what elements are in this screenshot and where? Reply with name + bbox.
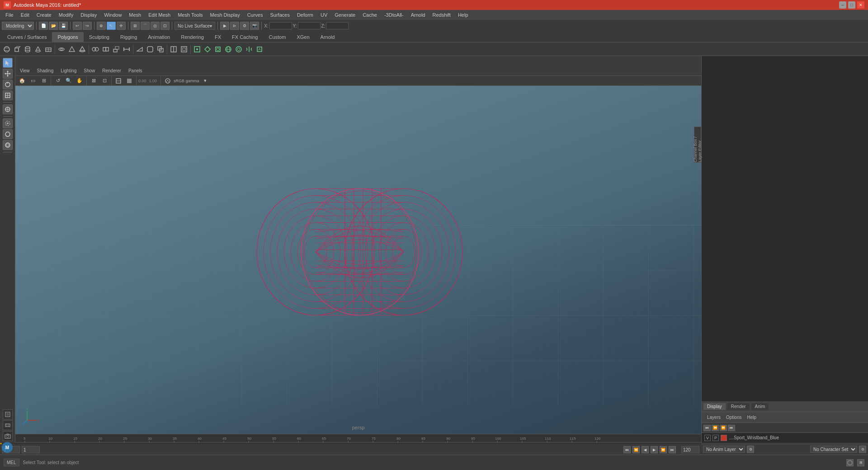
lighting-menu[interactable]: Lighting bbox=[59, 67, 78, 74]
anim-layer-select[interactable]: No Anim Layer bbox=[703, 446, 745, 453]
render-btn[interactable]: ▶ bbox=[220, 22, 229, 30]
menu-mesh[interactable]: Mesh bbox=[125, 11, 145, 19]
sym-icon-btn[interactable] bbox=[244, 44, 254, 54]
tab-custom[interactable]: Custom bbox=[264, 32, 292, 42]
gamma-dropdown-btn[interactable]: ▾ bbox=[200, 76, 210, 86]
snap-point-btn[interactable]: ◎ bbox=[151, 22, 160, 30]
show-menu[interactable]: Show bbox=[82, 67, 97, 74]
edge-loop-icon-btn[interactable] bbox=[169, 44, 179, 54]
prism-icon-btn[interactable] bbox=[67, 44, 77, 54]
scale-tool[interactable] bbox=[3, 90, 13, 100]
render-settings-btn[interactable]: ⚙ bbox=[240, 22, 249, 30]
menu-generate[interactable]: Generate bbox=[331, 11, 359, 19]
layer-end-btn[interactable]: ⏭ bbox=[728, 425, 735, 431]
wireframe-mode-btn[interactable] bbox=[113, 76, 123, 86]
cam-wireframe-btn[interactable]: ⊞ bbox=[39, 76, 49, 86]
menu-edit-mesh[interactable]: Edit Mesh bbox=[145, 11, 174, 19]
solid-mode-btn[interactable] bbox=[124, 76, 134, 86]
tab-arnold[interactable]: Arnold bbox=[315, 32, 340, 42]
menu-window[interactable]: Window bbox=[100, 11, 125, 19]
panels-menu[interactable]: Panels bbox=[127, 67, 144, 74]
minimize-button[interactable]: ─ bbox=[839, 1, 846, 9]
cam-pan-btn[interactable]: ✋ bbox=[75, 76, 85, 86]
timeline-bar[interactable]: 1 5 10 15 20 25 30 35 40 45 50 55 60 bbox=[0, 434, 701, 444]
help-tab[interactable]: Help bbox=[745, 414, 758, 421]
bevel-icon-btn[interactable] bbox=[145, 44, 155, 54]
y-input[interactable] bbox=[298, 22, 321, 29]
menu-mesh-tools[interactable]: Mesh Tools bbox=[174, 11, 206, 19]
channel-box-side-tab[interactable]: Channel Box / Layer Editor bbox=[694, 127, 701, 163]
status-icon-1[interactable] bbox=[846, 459, 854, 466]
render-region-tool[interactable] bbox=[3, 409, 13, 419]
cam-zoom-btn[interactable]: 🔍 bbox=[64, 76, 74, 86]
step-forward-btn[interactable]: ⏩ bbox=[660, 446, 667, 453]
uv-icon-btn[interactable] bbox=[223, 44, 233, 54]
menu-create[interactable]: Create bbox=[33, 11, 55, 19]
rotate-tool[interactable] bbox=[3, 80, 13, 89]
pyramid-icon-btn[interactable] bbox=[77, 44, 87, 54]
combine-icon-btn[interactable] bbox=[90, 44, 100, 54]
tab-fx-caching[interactable]: FX Caching bbox=[226, 32, 263, 42]
z-input[interactable] bbox=[326, 22, 349, 29]
rt-char-btn[interactable]: ⚙ bbox=[859, 446, 866, 453]
menu-curves[interactable]: Curves bbox=[244, 11, 267, 19]
tweak-icon-btn[interactable] bbox=[255, 44, 264, 54]
mel-mode-btn[interactable]: MEL bbox=[4, 459, 19, 466]
move-btn[interactable]: ✛ bbox=[117, 22, 126, 30]
end-frame-input[interactable] bbox=[681, 446, 699, 453]
torus-icon-btn[interactable] bbox=[57, 44, 66, 54]
menu-redshift[interactable]: Redshift bbox=[429, 11, 454, 19]
separate-icon-btn[interactable] bbox=[101, 44, 111, 54]
cylinder-icon-btn[interactable] bbox=[23, 44, 33, 54]
select-btn[interactable]: ↖ bbox=[107, 22, 116, 30]
vertex-snap-icon-btn[interactable] bbox=[192, 44, 202, 54]
menu-deform[interactable]: Deform bbox=[293, 11, 317, 19]
display-tab[interactable]: Display bbox=[703, 403, 726, 410]
current-frame-input[interactable] bbox=[22, 446, 40, 453]
render-tab[interactable]: Render bbox=[727, 403, 750, 410]
layer-visibility[interactable]: V bbox=[704, 435, 711, 441]
menu-cache[interactable]: Cache bbox=[359, 11, 381, 19]
cam-select-btn[interactable]: ▭ bbox=[28, 76, 38, 86]
bridge-icon-btn[interactable] bbox=[122, 44, 132, 54]
rt-settings-btn[interactable]: ⚙ bbox=[747, 446, 754, 453]
status-icon-2[interactable]: ⊞ bbox=[857, 459, 864, 466]
snap-view-btn[interactable]: ⊡ bbox=[160, 22, 170, 30]
extrude-icon-btn[interactable] bbox=[111, 44, 121, 54]
layer-forward-btn[interactable]: ⏩ bbox=[720, 425, 727, 431]
menu-uv[interactable]: UV bbox=[317, 11, 331, 19]
x-input[interactable] bbox=[269, 22, 292, 29]
tab-xgen[interactable]: XGen bbox=[291, 32, 315, 42]
shading-menu[interactable]: Shading bbox=[35, 67, 56, 74]
wedge-icon-btn[interactable] bbox=[135, 44, 145, 54]
undo-btn[interactable]: ↩ bbox=[73, 22, 82, 30]
soft-sel-icon-btn[interactable] bbox=[234, 44, 244, 54]
select-tool[interactable] bbox=[3, 58, 13, 68]
boolean-icon-btn[interactable] bbox=[156, 44, 165, 54]
title-bar-controls[interactable]: ─ □ ✕ bbox=[839, 1, 864, 9]
open-file-btn[interactable]: 📂 bbox=[49, 22, 58, 30]
ipr-btn[interactable]: ⊳ bbox=[230, 22, 239, 30]
save-file-btn[interactable]: 💾 bbox=[59, 22, 68, 30]
menu-display[interactable]: Display bbox=[77, 11, 100, 19]
anim-tab[interactable]: Anim bbox=[751, 403, 769, 410]
menu-edit[interactable]: Edit bbox=[17, 11, 33, 19]
tab-rigging[interactable]: Rigging bbox=[115, 32, 142, 42]
close-button[interactable]: ✕ bbox=[857, 1, 864, 9]
transform-btn[interactable]: ⊕ bbox=[97, 22, 106, 30]
move-tool[interactable] bbox=[3, 69, 13, 79]
cam-persp-btn[interactable]: ⊡ bbox=[99, 76, 109, 86]
cone-icon-btn[interactable] bbox=[33, 44, 43, 54]
face-snap-icon-btn[interactable] bbox=[213, 44, 223, 54]
mode-select[interactable]: Modeling bbox=[2, 22, 34, 30]
layer-playback[interactable]: P bbox=[712, 435, 719, 441]
skip-back-btn[interactable]: ⏮ bbox=[623, 446, 631, 453]
tab-animation[interactable]: Animation bbox=[142, 32, 175, 42]
render-quality-tool[interactable] bbox=[3, 420, 13, 430]
plane-icon-btn[interactable] bbox=[43, 44, 53, 54]
no-live-surface[interactable]: No Live Surface▾ bbox=[175, 22, 215, 30]
menu-3dto-all[interactable]: -3DtoAll- bbox=[381, 11, 407, 19]
play-forward-btn[interactable]: ▶ bbox=[651, 446, 658, 453]
layer-back-btn[interactable]: ⏪ bbox=[712, 425, 719, 431]
box-icon-btn[interactable] bbox=[12, 44, 22, 54]
